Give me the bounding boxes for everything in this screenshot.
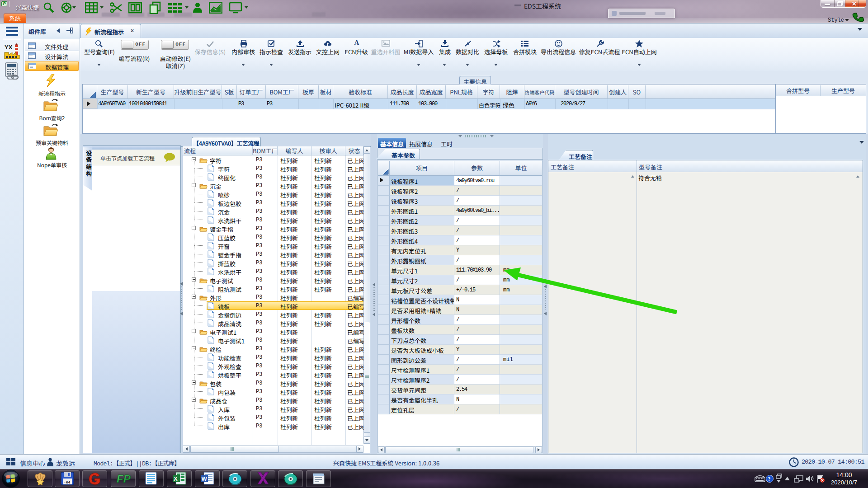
svg-text:FP: FP — [117, 473, 131, 485]
svg-text:?: ? — [768, 476, 771, 482]
svg-text:-64: -64 — [64, 480, 71, 484]
svg-text:X: X — [174, 475, 178, 482]
svg-text:YX: YX — [5, 44, 13, 51]
svg-text:W: W — [202, 475, 208, 482]
